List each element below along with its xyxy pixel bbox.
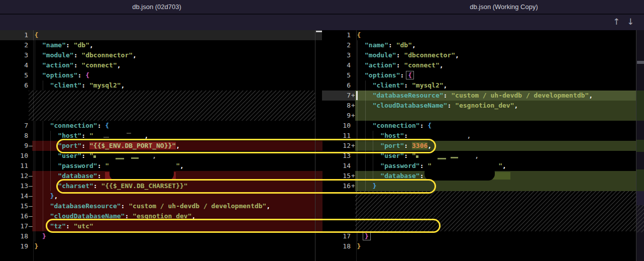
line-number: 8 — [0, 131, 28, 141]
code-token: "host" — [58, 132, 81, 139]
code-line[interactable]: "module": "dbconnector", — [34, 50, 137, 60]
line-number: 14 — [0, 191, 28, 201]
diff-line-background — [355, 111, 636, 121]
highlight-oval-annotation — [56, 139, 436, 153]
code-token: } — [357, 242, 361, 250]
code-token — [34, 41, 42, 49]
code-token: : — [396, 51, 400, 59]
code-line[interactable]: } — [34, 231, 46, 241]
highlight-oval-annotation — [46, 219, 441, 233]
code-token — [357, 41, 365, 49]
right-pane-title: db.json (Working Copy) — [403, 0, 604, 14]
code-token — [357, 92, 372, 99]
line-number: 19 — [0, 241, 28, 251]
code-line[interactable]: "action": "connect", — [34, 60, 121, 70]
code-line[interactable]: } — [357, 231, 368, 241]
code-token: "connect" — [404, 61, 439, 69]
line-number: 9 — [0, 141, 28, 151]
code-token: "cloudDatabaseName" — [373, 102, 448, 109]
code-line[interactable]: "name": "db", — [357, 40, 415, 50]
code-token — [357, 122, 372, 129]
line-number: 14 — [322, 161, 351, 171]
code-line[interactable]: "client": "mysql2", — [34, 80, 125, 91]
code-token: "module" — [42, 51, 74, 59]
code-token: "db" — [396, 41, 412, 49]
code-line[interactable]: }, — [34, 191, 58, 201]
code-token: : — [388, 41, 392, 49]
redaction-blob — [110, 166, 174, 181]
code-token — [34, 162, 58, 169]
code-line[interactable]: { — [357, 30, 361, 40]
code-token — [34, 51, 42, 59]
code-line[interactable]: "connection": { — [34, 121, 109, 131]
code-token: "custom / uh-devdb / developmentdb" — [129, 202, 266, 210]
scrollbar-thumb[interactable] — [637, 61, 644, 64]
code-token: , — [54, 192, 58, 200]
code-token: , — [145, 132, 149, 139]
code-line[interactable]: "options": { — [34, 70, 89, 80]
diff-line-background — [0, 30, 322, 40]
code-token: { — [427, 122, 432, 129]
code-token: , — [475, 152, 479, 159]
code-token: "databaseResource" — [373, 92, 444, 99]
line-number: 5 — [322, 70, 351, 80]
arrow-up-icon: ↑ — [613, 17, 620, 27]
code-token: " — [89, 132, 93, 139]
line-number: 3 — [0, 50, 28, 60]
diff-filler-hatch — [29, 91, 315, 121]
code-token: "client" — [373, 81, 404, 89]
code-token: , — [412, 41, 416, 49]
code-token: : — [396, 61, 400, 69]
code-token: "connect" — [81, 61, 117, 69]
next-change-button[interactable]: ↓ — [624, 15, 637, 28]
code-line[interactable]: } — [357, 241, 361, 251]
code-line[interactable]: "module": "dbconnector", — [357, 50, 459, 60]
previous-change-button[interactable]: ↑ — [610, 15, 623, 28]
code-token: "dbconnector" — [81, 51, 133, 59]
code-line[interactable]: "action": "connect", — [357, 60, 443, 70]
code-token: , — [89, 41, 93, 49]
line-number: 17 — [322, 231, 351, 241]
code-line[interactable]: "connection": { — [357, 121, 432, 131]
line-number: 6 — [0, 80, 28, 91]
code-token — [357, 102, 372, 109]
code-token: , — [467, 132, 471, 139]
code-token: { — [105, 122, 109, 129]
scrollbar-filler-hatch — [636, 205, 644, 232]
line-number: 5 — [0, 70, 28, 80]
line-number: 8 — [322, 101, 351, 111]
code-line[interactable]: "name": "db", — [34, 40, 93, 50]
diff-header: db.json (02d703) db.json (Working Copy) … — [0, 0, 644, 30]
code-token: } — [363, 232, 370, 240]
code-token: "mysql2" — [89, 81, 121, 89]
line-number: 4 — [0, 60, 28, 70]
code-token — [357, 61, 365, 69]
indent-guide — [365, 111, 366, 121]
code-token: "name" — [365, 41, 388, 49]
code-line[interactable]: "options": { — [357, 70, 412, 80]
code-line[interactable]: "databaseResource": "custom / uh-devdb /… — [34, 201, 270, 211]
scrollbar-diff-mark — [636, 169, 644, 191]
code-line[interactable]: "cloudDatabaseName": "esgnotion_dev", — [357, 101, 518, 111]
line-number: 3 — [322, 50, 351, 60]
line-number: 10 — [0, 151, 28, 161]
added-line-marker: + — [351, 101, 356, 111]
code-line[interactable]: "databaseResource": "custom / uh-devdb /… — [357, 91, 593, 101]
code-token: "module" — [365, 51, 396, 59]
code-token — [34, 192, 50, 200]
code-line[interactable]: "client": "mysql2", — [357, 80, 447, 91]
code-line[interactable]: } — [34, 241, 38, 251]
code-line[interactable]: { — [34, 30, 38, 40]
redacted-text-remnant — [131, 157, 139, 159]
code-token: "client" — [50, 81, 82, 89]
scrollbar-thumb[interactable] — [316, 31, 322, 32]
line-number: 18 — [322, 241, 351, 251]
code-token — [34, 81, 50, 89]
code-token — [81, 71, 85, 79]
redacted-text-remnant — [451, 157, 458, 158]
line-number: 2 — [0, 40, 28, 50]
code-token: "database" — [380, 172, 419, 180]
code-token: , — [121, 81, 125, 89]
code-token: , — [589, 92, 593, 99]
diff-editor-window: db.json (02d703) db.json (Working Copy) … — [0, 0, 644, 261]
